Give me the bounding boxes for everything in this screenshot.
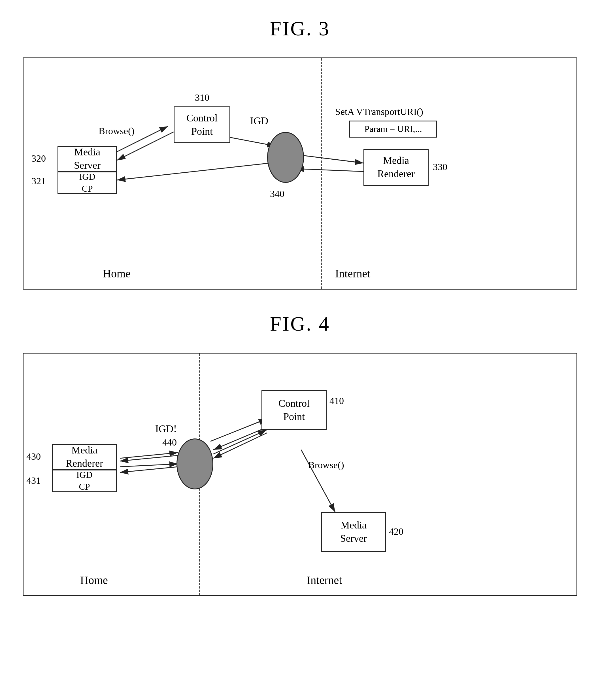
fig3-igd-cp: IGDCP [57,172,117,194]
fig4-ref-431: 431 [26,475,41,486]
fig4-title: FIG. 4 [23,312,577,336]
svg-line-17 [301,450,335,512]
fig4-home-label: Home [80,573,108,587]
page: FIG. 3 [0,0,600,700]
fig3-ref-320: 320 [31,153,46,164]
svg-line-11 [120,455,178,461]
fig3-ref-321: 321 [31,176,46,186]
svg-line-14 [213,427,267,450]
fig3-title: FIG. 3 [23,17,577,41]
svg-line-16 [213,430,267,454]
svg-line-13 [211,419,267,441]
svg-line-6 [295,154,363,163]
fig3-param-box: Param = URI,... [349,121,437,138]
fig4-igd-oval [176,439,213,490]
svg-line-7 [295,169,363,172]
fig4-ref-430: 430 [26,451,41,462]
fig4-ref-410: 410 [330,395,344,406]
fig4-media-server: MediaServer [321,512,386,552]
fig3-internet-label: Internet [335,267,370,280]
fig3-ref-310: 310 [195,92,209,103]
fig3-igd-label: IGD [250,115,268,127]
fig4-diagram: ControlPoint 410 IGD! 440 MediaRenderer … [23,353,577,596]
fig3-control-point: ControlPoint [174,106,230,143]
fig4-ref-440: 440 [162,437,177,448]
svg-line-9 [120,453,178,458]
fig4-control-point: ControlPoint [262,390,327,430]
fig4-internet-label: Internet [307,573,342,587]
fig3-dashed-line [321,58,322,289]
fig3-media-renderer: MediaRenderer [363,149,429,186]
fig4-ref-420: 420 [389,526,403,537]
fig4-igd-label: IGD! [155,423,177,435]
fig3-media-server-outer: MediaServer [57,146,117,172]
fig3-ref-330: 330 [433,161,447,172]
fig4-browse-label: Browse() [308,460,344,471]
svg-line-15 [213,433,267,458]
svg-line-10 [120,464,178,467]
fig3-home-label: Home [103,267,130,280]
svg-line-12 [120,467,178,472]
fig3-browse-label: Browse() [99,126,135,136]
fig3-diagram: ControlPoint 310 MediaServer IGDCP 320 3… [23,57,577,290]
fig4-media-renderer-outer: MediaRenderer [52,444,117,470]
svg-line-5 [117,163,270,180]
fig3-ref-340: 340 [270,189,284,199]
fig3-igd-oval [267,132,304,183]
fig3-setav-label: SetA VTransportURI() [335,106,423,117]
fig4-igd-cp: IGDCP [52,470,117,492]
